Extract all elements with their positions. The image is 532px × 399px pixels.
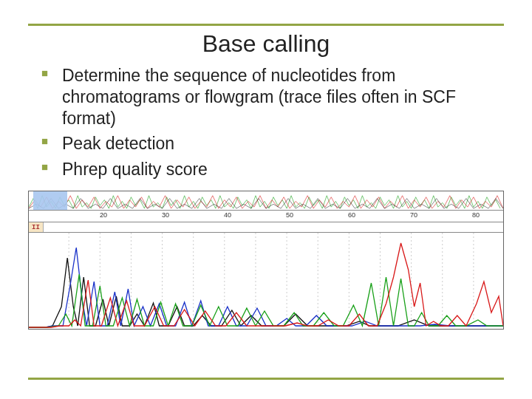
slide-title: Base calling (28, 30, 504, 58)
ruler-tick: 60 (348, 211, 355, 219)
overview-selection (33, 191, 67, 210)
bullet-item: Peak detection (41, 133, 504, 154)
sequence-track-label: II (29, 222, 44, 232)
bullet-list: Determine the sequence of nucleotides fr… (28, 65, 504, 180)
bottom-rule (28, 378, 504, 380)
overview-track (29, 191, 503, 211)
overview-trace-icon (29, 191, 503, 210)
ruler-tick: 70 (410, 211, 417, 219)
grid-lines (69, 233, 474, 329)
ruler-tick: 30 (162, 211, 169, 219)
ruler-tick: 50 (286, 211, 293, 219)
ruler-tick: 80 (472, 211, 480, 219)
bullet-item: Determine the sequence of nucleotides fr… (41, 65, 504, 129)
top-rule (28, 24, 504, 26)
ruler-tick: 20 (100, 211, 107, 219)
position-ruler: 20 30 40 50 60 70 80 (29, 211, 503, 222)
chromatogram-panel: 20 30 40 50 60 70 80 II GCCGA CTCGCTGGA … (28, 191, 504, 330)
called-sequence: II GCCGA CTCGCTGGA GA TTGTCGTCCA TTCGGCA… (29, 222, 503, 233)
trace-area (29, 233, 503, 329)
ruler-tick: 40 (224, 211, 231, 219)
bullet-item: Phrep quality score (41, 159, 504, 180)
